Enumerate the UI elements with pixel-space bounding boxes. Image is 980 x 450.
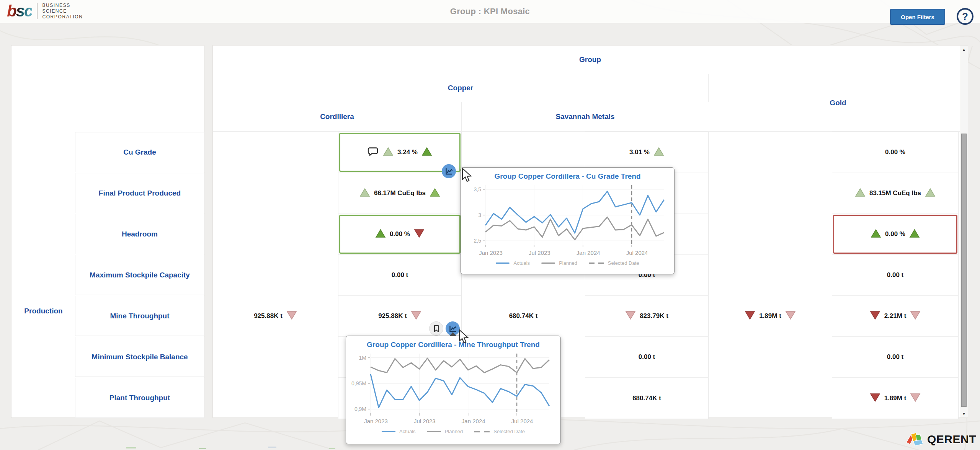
- kpi-cell-gold-2[interactable]: 0.00 %: [832, 214, 958, 255]
- legend-label: Actuals: [513, 260, 530, 266]
- svg-text:Jul 2024: Jul 2024: [511, 418, 533, 424]
- kpi-value: 3.24 %: [397, 148, 418, 156]
- kpi-cell-cordillera-aggregate-4[interactable]: 925.88K t: [213, 295, 338, 336]
- svg-text:0,9M: 0,9M: [354, 406, 366, 412]
- tooltip-pointer: [449, 332, 456, 336]
- kpi-value: 0.00 t: [639, 353, 655, 361]
- kpi-cell-savannah-0[interactable]: 3.01 %: [585, 132, 708, 173]
- kpi-cell-gold-3[interactable]: 0.00 t: [832, 255, 958, 296]
- kpi-cell-gold-6[interactable]: 1.89M t: [832, 378, 958, 419]
- series-actuals: [485, 191, 664, 233]
- kpi-value: 0.00 t: [392, 271, 408, 279]
- kpi-cell-gold-1[interactable]: 83.15M CuEq lbs: [832, 173, 958, 214]
- triangle-down-icon: [745, 311, 755, 321]
- triangle-down-icon: [910, 311, 921, 321]
- scroll-up-button[interactable]: ▲: [960, 46, 968, 53]
- triangle-up-icon: [421, 147, 432, 158]
- svg-text:Jan 2024: Jan 2024: [577, 249, 600, 256]
- svg-text:Jan 2023: Jan 2023: [364, 418, 388, 424]
- triangle-up-icon: [383, 147, 394, 158]
- svg-text:Jul 2024: Jul 2024: [626, 249, 648, 256]
- kpi-cell-savannah-aggregate-4[interactable]: 680.74K t: [462, 295, 585, 336]
- kpi-value: 1.89M t: [759, 312, 781, 320]
- svg-text:Jul 2023: Jul 2023: [529, 249, 550, 256]
- kpi-cell-cordillera-2[interactable]: 0.00 %: [338, 214, 461, 255]
- svg-text:Jan 2023: Jan 2023: [479, 249, 503, 256]
- page-title: Group : KPI Mosaic: [0, 0, 980, 23]
- trend-chart-button[interactable]: [442, 164, 456, 178]
- legend-item-selected-date: Selected Date: [589, 260, 639, 266]
- legend-item-actuals: Actuals: [496, 260, 530, 266]
- kpi-value: 680.74K t: [509, 312, 538, 320]
- kpi-row-label-final-product-produced[interactable]: Final Product Produced: [75, 173, 204, 213]
- triangle-up-icon: [359, 188, 370, 199]
- kpi-cell-savannah-5[interactable]: 0.00 t: [585, 337, 708, 378]
- legend-line-swatch: [427, 431, 441, 432]
- kpi-row-label-plant-throughput[interactable]: Plant Throughput: [75, 378, 204, 418]
- triangle-up-icon: [430, 188, 440, 199]
- kpi-cell-savannah-4[interactable]: 823.79K t: [585, 296, 708, 337]
- kpi-cell-gold-0[interactable]: 0.00 %: [832, 132, 958, 173]
- column-header-copper[interactable]: Copper: [213, 74, 709, 102]
- bookmark-button[interactable]: [429, 321, 443, 336]
- column-header-cordillera[interactable]: Cordillera: [213, 102, 462, 132]
- kpi-row-label-maximum-stockpile-capacity[interactable]: Maximum Stockpile Capacity: [75, 255, 204, 295]
- kpi-cell-cordillera-4[interactable]: 925.88K t: [338, 296, 461, 337]
- svg-text:3: 3: [478, 212, 481, 218]
- top-bar: bsc BUSINESS SCIENCE CORPORATION Group :…: [0, 0, 980, 23]
- legend-dash-swatch: [589, 262, 604, 264]
- qerent-logo: QERENT: [905, 431, 976, 448]
- vertical-scrollbar[interactable]: ▲ ▼: [960, 46, 968, 417]
- kpi-value: 823.79K t: [640, 312, 668, 320]
- column-header-savannah-metals[interactable]: Savannah Metals: [462, 102, 709, 132]
- kpi-cell-savannah-6[interactable]: 680.74K t: [585, 378, 708, 419]
- legend-label: Selected Date: [608, 260, 639, 266]
- svg-text:Jan 2024: Jan 2024: [462, 418, 485, 424]
- help-button[interactable]: ?: [957, 8, 973, 25]
- mine-throughput-trend-tooltip: Group Copper Cordillera - Mine Throughpu…: [346, 336, 561, 444]
- legend-item-planned: Planned: [541, 260, 577, 266]
- kpi-cell-cordillera-1[interactable]: 66.17M CuEq lbs: [338, 173, 461, 214]
- triangle-down-icon: [870, 393, 880, 404]
- chart-legend: ActualsPlannedSelected Date: [351, 428, 555, 436]
- kpi-value: 680.74K t: [632, 395, 661, 402]
- triangle-up-icon: [871, 229, 881, 240]
- kpi-cell-cordillera-3[interactable]: 0.00 t: [338, 255, 461, 296]
- legend-dash-swatch: [474, 431, 490, 432]
- triangle-up-icon: [375, 229, 386, 240]
- svg-text:1M: 1M: [359, 355, 366, 361]
- open-filters-button[interactable]: Open Filters: [890, 9, 945, 25]
- scroll-down-button[interactable]: ▼: [960, 410, 968, 417]
- kpi-cell-cordillera-0[interactable]: 3.24 %: [338, 132, 461, 173]
- kpi-row-label-minimum-stockpile-balance[interactable]: Minimum Stockpile Balance: [75, 337, 204, 377]
- kpi-cell-gold-5[interactable]: 0.00 t: [832, 337, 958, 378]
- kpi-cell-gold-4[interactable]: 2.21M t: [832, 296, 958, 337]
- app-root: bsc BUSINESS SCIENCE CORPORATION Group :…: [0, 0, 980, 450]
- column-header-group[interactable]: Group: [213, 46, 967, 74]
- comment-icon[interactable]: [368, 146, 379, 158]
- cu-grade-trend-tooltip: Group Copper Cordillera - Cu Grade Trend…: [461, 167, 675, 274]
- kpi-row-label-mine-throughput[interactable]: Mine Throughput: [75, 296, 204, 336]
- question-mark-icon: ?: [962, 11, 968, 23]
- qerent-map-icon: [905, 431, 924, 448]
- kpi-value: 925.88K t: [378, 312, 407, 320]
- kpi-value: 0.00 %: [885, 230, 905, 238]
- mine-throughput-trend-chart: 0,9M0,95M1MJan 2023Jul 2023Jan 2024Jul 2…: [351, 350, 555, 428]
- series-planned: [485, 217, 664, 240]
- column-header-gold[interactable]: Gold: [709, 74, 967, 132]
- kpi-cell-gold-aggregate-4[interactable]: 1.89M t: [709, 295, 832, 336]
- scrollbar-thumb[interactable]: [961, 134, 967, 407]
- kpi-row-label-cu-grade[interactable]: Cu Grade: [75, 132, 204, 172]
- triangle-up-icon: [855, 188, 866, 199]
- qerent-wordmark: QERENT: [927, 433, 976, 446]
- row-group-label-production: Production: [11, 307, 75, 315]
- kpi-row-label-headroom[interactable]: Headroom: [75, 214, 204, 254]
- triangle-up-icon: [925, 188, 936, 199]
- kpi-value: 0.00 %: [390, 230, 410, 238]
- triangle-down-icon: [414, 229, 425, 240]
- kpi-value: 3.01 %: [629, 148, 650, 156]
- legend-line-swatch: [541, 262, 555, 264]
- legend-line-swatch: [382, 431, 395, 432]
- svg-text:Jul 2023: Jul 2023: [414, 418, 436, 424]
- legend-label: Planned: [445, 429, 463, 434]
